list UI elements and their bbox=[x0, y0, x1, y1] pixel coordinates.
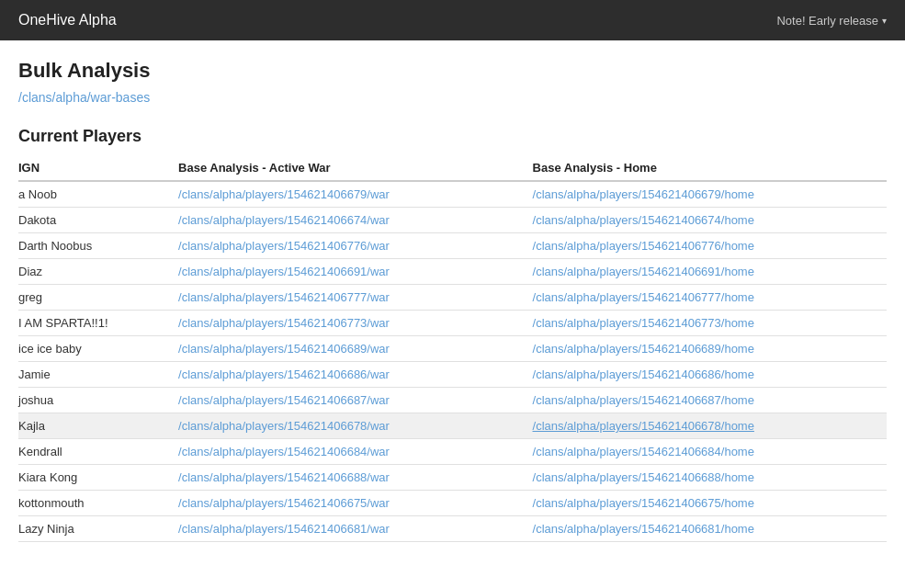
player-war-link[interactable]: /clans/alpha/players/154621406688/war bbox=[178, 470, 390, 484]
table-row: Jamie/clans/alpha/players/154621406686/w… bbox=[18, 362, 887, 388]
player-home-link-cell: /clans/alpha/players/154621406679/home bbox=[533, 181, 887, 208]
player-home-link-cell: /clans/alpha/players/154621406675/home bbox=[533, 491, 887, 516]
player-ign: Diaz bbox=[18, 259, 178, 285]
col-header-war: Base Analysis - Active War bbox=[178, 155, 532, 181]
notice-text: Note! Early release bbox=[776, 14, 878, 28]
players-table: IGN Base Analysis - Active War Base Anal… bbox=[18, 155, 887, 542]
table-row: Kendrall/clans/alpha/players/15462140668… bbox=[18, 439, 887, 465]
player-war-link-cell: /clans/alpha/players/154621406689/war bbox=[178, 336, 532, 362]
player-war-link[interactable]: /clans/alpha/players/154621406777/war bbox=[178, 290, 390, 304]
player-war-link-cell: /clans/alpha/players/154621406679/war bbox=[178, 181, 532, 208]
page-heading: Bulk Analysis bbox=[18, 59, 887, 83]
player-home-link-cell: /clans/alpha/players/154621406681/home bbox=[533, 516, 887, 542]
player-home-link[interactable]: /clans/alpha/players/154621406684/home bbox=[533, 445, 754, 458]
player-home-link[interactable]: /clans/alpha/players/154621406681/home bbox=[533, 522, 754, 536]
table-row: joshua/clans/alpha/players/154621406687/… bbox=[18, 388, 887, 413]
player-ign: a Noob bbox=[18, 181, 178, 208]
player-home-link[interactable]: /clans/alpha/players/154621406674/home bbox=[533, 213, 754, 227]
app-title: OneHive Alpha bbox=[18, 12, 117, 28]
player-war-link[interactable]: /clans/alpha/players/154621406689/war bbox=[178, 342, 390, 356]
player-home-link-cell: /clans/alpha/players/154621406688/home bbox=[533, 465, 887, 491]
player-war-link-cell: /clans/alpha/players/154621406691/war bbox=[178, 259, 532, 285]
player-home-link[interactable]: /clans/alpha/players/154621406777/home bbox=[533, 290, 754, 304]
main-content: Bulk Analysis /clans/alpha/war-bases Cur… bbox=[0, 40, 905, 560]
player-war-link-cell: /clans/alpha/players/154621406674/war bbox=[178, 208, 532, 233]
player-war-link-cell: /clans/alpha/players/154621406776/war bbox=[178, 233, 532, 259]
player-home-link-cell: /clans/alpha/players/154621406777/home bbox=[533, 285, 887, 311]
player-ign: Kiara Kong bbox=[18, 465, 178, 491]
player-home-link-cell: /clans/alpha/players/154621406776/home bbox=[533, 233, 887, 259]
player-war-link-cell: /clans/alpha/players/154621406675/war bbox=[178, 491, 532, 516]
table-row: kottonmouth/clans/alpha/players/15462140… bbox=[18, 491, 887, 516]
table-header-row: IGN Base Analysis - Active War Base Anal… bbox=[18, 155, 887, 181]
player-home-link-cell: /clans/alpha/players/154621406674/home bbox=[533, 208, 887, 233]
player-war-link-cell: /clans/alpha/players/154621406681/war bbox=[178, 516, 532, 542]
player-home-link-cell: /clans/alpha/players/154621406773/home bbox=[533, 311, 887, 336]
player-ign: Kendrall bbox=[18, 439, 178, 465]
player-ign: ice ice baby bbox=[18, 336, 178, 362]
players-tbody: a Noob/clans/alpha/players/154621406679/… bbox=[18, 181, 887, 542]
table-row: Diaz/clans/alpha/players/154621406691/wa… bbox=[18, 259, 887, 285]
table-row: Kiara Kong/clans/alpha/players/154621406… bbox=[18, 465, 887, 491]
player-war-link-cell: /clans/alpha/players/154621406688/war bbox=[178, 465, 532, 491]
player-war-link[interactable]: /clans/alpha/players/154621406687/war bbox=[178, 393, 390, 407]
table-row: ice ice baby/clans/alpha/players/1546214… bbox=[18, 336, 887, 362]
player-home-link[interactable]: /clans/alpha/players/154621406689/home bbox=[533, 342, 754, 356]
player-ign: Kajla bbox=[18, 413, 178, 439]
player-home-link-cell: /clans/alpha/players/154621406686/home bbox=[533, 362, 887, 388]
player-war-link[interactable]: /clans/alpha/players/154621406684/war bbox=[178, 445, 390, 458]
player-ign: I AM SPARTA!!1! bbox=[18, 311, 178, 336]
player-ign: Lazy Ninja bbox=[18, 516, 178, 542]
table-row: Kajla/clans/alpha/players/154621406678/w… bbox=[18, 413, 887, 439]
col-header-ign: IGN bbox=[18, 155, 178, 181]
player-war-link-cell: /clans/alpha/players/154621406687/war bbox=[178, 388, 532, 413]
player-war-link[interactable]: /clans/alpha/players/154621406674/war bbox=[178, 213, 390, 227]
player-war-link-cell: /clans/alpha/players/154621406678/war bbox=[178, 413, 532, 439]
player-home-link-cell: /clans/alpha/players/154621406684/home bbox=[533, 439, 887, 465]
player-ign: Jamie bbox=[18, 362, 178, 388]
player-home-link[interactable]: /clans/alpha/players/154621406679/home bbox=[533, 187, 754, 201]
player-war-link[interactable]: /clans/alpha/players/154621406691/war bbox=[178, 265, 390, 278]
player-home-link-cell: /clans/alpha/players/154621406687/home bbox=[533, 388, 887, 413]
table-row: Darth Noobus/clans/alpha/players/1546214… bbox=[18, 233, 887, 259]
player-home-link-cell: /clans/alpha/players/154621406689/home bbox=[533, 336, 887, 362]
player-home-link[interactable]: /clans/alpha/players/154621406678/home bbox=[533, 419, 754, 433]
player-war-link[interactable]: /clans/alpha/players/154621406773/war bbox=[178, 316, 390, 330]
player-ign: kottonmouth bbox=[18, 491, 178, 516]
col-header-home: Base Analysis - Home bbox=[533, 155, 887, 181]
player-war-link-cell: /clans/alpha/players/154621406777/war bbox=[178, 285, 532, 311]
player-home-link[interactable]: /clans/alpha/players/154621406688/home bbox=[533, 470, 754, 484]
player-home-link[interactable]: /clans/alpha/players/154621406687/home bbox=[533, 393, 754, 407]
table-row: I AM SPARTA!!1!/clans/alpha/players/1546… bbox=[18, 311, 887, 336]
clan-link[interactable]: /clans/alpha/war-bases bbox=[18, 90, 150, 105]
table-row: Dakota/clans/alpha/players/154621406674/… bbox=[18, 208, 887, 233]
section-title: Current Players bbox=[18, 127, 887, 146]
player-home-link[interactable]: /clans/alpha/players/154621406776/home bbox=[533, 239, 754, 253]
player-home-link[interactable]: /clans/alpha/players/154621406691/home bbox=[533, 265, 754, 278]
player-home-link[interactable]: /clans/alpha/players/154621406773/home bbox=[533, 316, 754, 330]
table-row: a Noob/clans/alpha/players/154621406679/… bbox=[18, 181, 887, 208]
table-row: greg/clans/alpha/players/154621406777/wa… bbox=[18, 285, 887, 311]
player-war-link[interactable]: /clans/alpha/players/154621406776/war bbox=[178, 239, 390, 253]
player-ign: Darth Noobus bbox=[18, 233, 178, 259]
player-war-link[interactable]: /clans/alpha/players/154621406686/war bbox=[178, 368, 390, 381]
player-home-link[interactable]: /clans/alpha/players/154621406675/home bbox=[533, 496, 754, 510]
player-home-link-cell: /clans/alpha/players/154621406678/home bbox=[533, 413, 887, 439]
app-header: OneHive Alpha Note! Early release ▾ bbox=[0, 0, 905, 40]
player-war-link[interactable]: /clans/alpha/players/154621406678/war bbox=[178, 419, 390, 433]
player-war-link-cell: /clans/alpha/players/154621406773/war bbox=[178, 311, 532, 336]
header-notice[interactable]: Note! Early release ▾ bbox=[776, 14, 887, 28]
player-war-link[interactable]: /clans/alpha/players/154621406675/war bbox=[178, 496, 390, 510]
player-home-link[interactable]: /clans/alpha/players/154621406686/home bbox=[533, 368, 754, 381]
player-war-link-cell: /clans/alpha/players/154621406684/war bbox=[178, 439, 532, 465]
player-war-link-cell: /clans/alpha/players/154621406686/war bbox=[178, 362, 532, 388]
player-war-link[interactable]: /clans/alpha/players/154621406679/war bbox=[178, 187, 390, 201]
player-ign: joshua bbox=[18, 388, 178, 413]
player-ign: greg bbox=[18, 285, 178, 311]
player-home-link-cell: /clans/alpha/players/154621406691/home bbox=[533, 259, 887, 285]
player-war-link[interactable]: /clans/alpha/players/154621406681/war bbox=[178, 522, 390, 536]
caret-icon: ▾ bbox=[882, 16, 887, 26]
table-row: Lazy Ninja/clans/alpha/players/154621406… bbox=[18, 516, 887, 542]
player-ign: Dakota bbox=[18, 208, 178, 233]
